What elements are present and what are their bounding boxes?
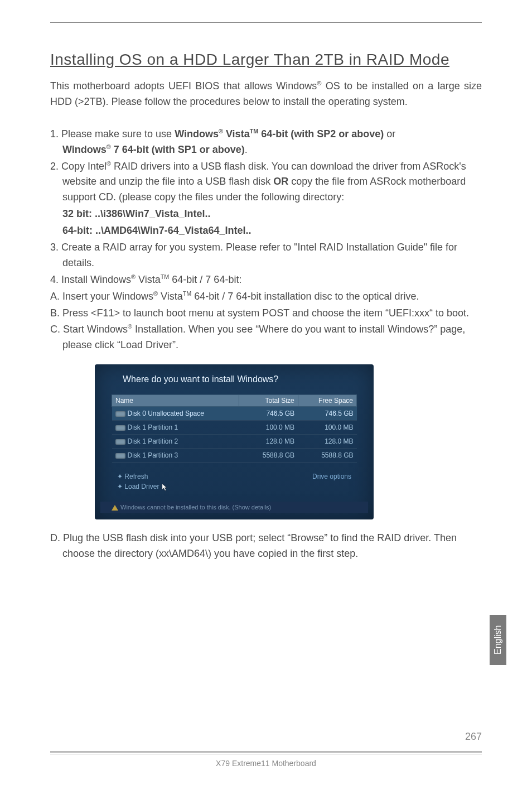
disk-icon xyxy=(115,425,125,431)
tm-mark: TM xyxy=(250,128,259,134)
reg-mark: ® xyxy=(153,290,158,297)
step-4a: A. Insert your Windows® VistaTM 64-bit /… xyxy=(50,289,482,305)
reg-mark: ® xyxy=(219,128,223,134)
step-4b: B. Press <F11> to launch boot menu at sy… xyxy=(50,306,482,321)
cell: Disk 1 Partition 3 xyxy=(128,451,178,459)
col-size: Total Size xyxy=(239,395,298,407)
cell: 5588.8 GB xyxy=(239,449,298,463)
text: Vista xyxy=(158,291,183,302)
text: Windows xyxy=(62,144,107,155)
col-free: Free Space xyxy=(298,395,356,407)
disk-icon xyxy=(115,439,125,445)
text: 2. Copy Intel xyxy=(50,161,107,172)
reg-mark: ® xyxy=(128,323,132,330)
text: or xyxy=(384,128,395,139)
reg-mark: ® xyxy=(131,273,136,280)
windows-installer-screenshot: Where do you want to install Windows? Na… xyxy=(95,364,374,519)
text: 4. Install Windows xyxy=(50,274,131,285)
refresh-link[interactable]: ✦ Refresh xyxy=(117,473,169,480)
reg-mark: ® xyxy=(107,160,111,167)
table-row[interactable]: Disk 1 Partition 1 100.0 MB 100.0 MB xyxy=(112,421,357,435)
step-3: 3. Create a RAID array for you system. P… xyxy=(50,240,482,271)
text: . xyxy=(245,144,248,155)
step-2-path32: 32 bit: ..\i386\Win7_Vista_Intel.. xyxy=(50,206,482,222)
disk-icon xyxy=(115,411,125,417)
text: OR xyxy=(273,176,288,187)
disk-table: Name Total Size Free Space Disk 0 Unallo… xyxy=(112,394,357,463)
step-1: 1. Please make sure to use Windows® Vist… xyxy=(50,127,482,158)
cursor-icon xyxy=(161,483,169,492)
reg-mark: ® xyxy=(107,143,111,150)
installer-warning[interactable]: Windows cannot be installed to this disk… xyxy=(100,502,368,513)
cell: Disk 1 Partition 1 xyxy=(128,423,178,431)
installer-title: Where do you want to install Windows? xyxy=(112,374,357,384)
cell: 128.0 MB xyxy=(298,435,356,449)
tm-mark: TM xyxy=(161,273,170,280)
disk-icon xyxy=(115,453,125,459)
text: C. Start Windows xyxy=(50,324,128,335)
table-row[interactable]: Disk 0 Unallocated Space 746.5 GB 746.5 … xyxy=(112,407,357,421)
text: A. Insert your Windows xyxy=(50,291,153,302)
cell: 746.5 GB xyxy=(239,407,298,421)
text: 7 64-bit (with SP1 or above) xyxy=(111,144,245,155)
cell: Disk 0 Unallocated Space xyxy=(128,410,204,417)
text: Vista xyxy=(223,128,250,139)
text: Windows xyxy=(175,128,219,139)
text: Refresh xyxy=(124,473,148,480)
step-4d: D. Plug the USB flash disk into your USB… xyxy=(50,531,482,562)
load-driver-link[interactable]: ✦ Load Driver xyxy=(117,483,169,492)
tm-mark: TM xyxy=(183,290,192,297)
step-4c: C. Start Windows® Installation. When you… xyxy=(50,322,482,353)
cell: 100.0 MB xyxy=(298,421,356,435)
step-2: 2. Copy Intel® RAID drivers into a USB f… xyxy=(50,159,482,206)
col-name: Name xyxy=(112,395,239,407)
cell: 100.0 MB xyxy=(239,421,298,435)
text: 64-bit / 7 64-bit installation disc to t… xyxy=(191,291,419,302)
footer-product-name: X79 Extreme11 Motherboard xyxy=(216,759,316,768)
drive-options-link[interactable]: Drive options xyxy=(312,473,351,480)
text: 64-bit / 7 64-bit: xyxy=(169,274,241,285)
language-tab: English xyxy=(490,615,506,665)
cell: Disk 1 Partition 2 xyxy=(128,437,178,445)
step-4: 4. Install Windows® VistaTM 64-bit / 7 6… xyxy=(50,272,482,288)
section-heading: Installing OS on a HDD Larger Than 2TB i… xyxy=(50,51,482,69)
cell: 5588.8 GB xyxy=(298,449,356,463)
warning-icon xyxy=(112,505,118,511)
table-row[interactable]: Disk 1 Partition 2 128.0 MB 128.0 MB xyxy=(112,435,357,449)
intro-text-a: This motherboard adopts UEFI BIOS that a… xyxy=(50,80,317,92)
table-row[interactable]: Disk 1 Partition 3 5588.8 GB 5588.8 GB xyxy=(112,449,357,463)
page-number: 267 xyxy=(465,731,482,743)
cell: 746.5 GB xyxy=(298,407,356,421)
text: 64-bit (with SP2 or above) xyxy=(258,128,384,139)
text: Load Driver xyxy=(124,483,159,490)
text: 1. Please make sure to use xyxy=(50,128,175,139)
cell: 128.0 MB xyxy=(239,435,298,449)
text: Vista xyxy=(136,274,161,285)
text: Windows cannot be installed to this disk… xyxy=(120,504,271,511)
intro-paragraph: This motherboard adopts UEFI BIOS that a… xyxy=(50,79,482,110)
step-2-path64: 64-bit: ..\AMD64\Win7-64_Vista64_Intel.. xyxy=(50,223,482,239)
